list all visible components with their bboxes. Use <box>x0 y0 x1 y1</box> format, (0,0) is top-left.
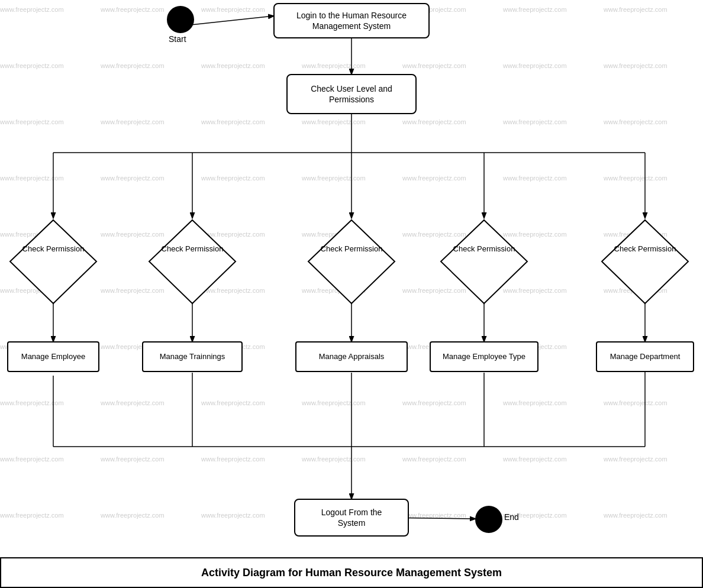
manage-appraisals-box: Manage Appraisals <box>295 341 408 372</box>
diamond2 <box>148 219 237 305</box>
manage-employee-box: Manage Employee <box>7 341 99 372</box>
check-perm1-label: Check Permission <box>9 244 98 254</box>
login-box: Login to the Human Resource Management S… <box>273 3 430 38</box>
start-label: Start <box>169 34 186 44</box>
footer-bar: Activity Diagram for Human Resource Mana… <box>0 557 703 588</box>
start-circle <box>167 6 194 33</box>
diamond1 <box>9 219 98 305</box>
check-user-box: Check User Level and Permissions <box>286 74 417 114</box>
end-label: End <box>504 512 519 522</box>
check-perm2-label: Check Permission <box>148 244 237 254</box>
manage-trainings-box: Manage Trainnings <box>142 341 243 372</box>
logout-box: Logout From the System <box>294 499 409 537</box>
check-perm4-label: Check Permission <box>440 244 528 254</box>
check-perm3-label: Check Permission <box>307 244 396 254</box>
diamond3 <box>307 219 396 305</box>
diagram-shapes: Start Login to the Human Resource Manage… <box>0 0 703 588</box>
svg-marker-27 <box>441 220 527 303</box>
diamond5 <box>601 219 689 305</box>
svg-marker-25 <box>149 220 236 303</box>
diamond4 <box>440 219 528 305</box>
manage-department-box: Manage Department <box>596 341 694 372</box>
svg-marker-26 <box>308 220 395 303</box>
manage-employee-type-box: Manage Employee Type <box>430 341 538 372</box>
end-circle <box>475 506 502 533</box>
footer-title: Activity Diagram for Human Resource Mana… <box>201 567 502 579</box>
svg-marker-24 <box>10 220 96 303</box>
check-perm5-label: Check Permission <box>601 244 689 254</box>
svg-marker-28 <box>602 220 688 303</box>
